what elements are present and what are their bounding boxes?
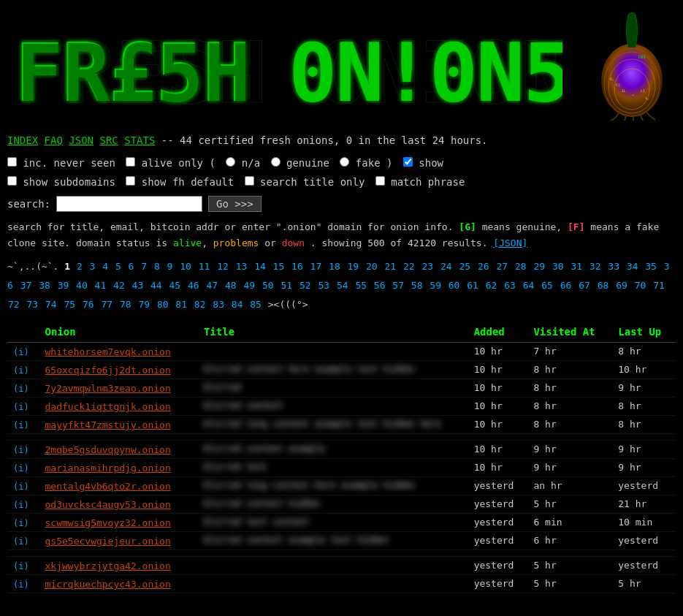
page-link-40[interactable]: 40 <box>76 280 88 291</box>
onion-link[interactable]: marianasmihrpdjg.onion <box>45 463 171 474</box>
info-link[interactable]: (i) <box>13 402 29 412</box>
page-link-70[interactable]: 70 <box>635 280 646 291</box>
page-link-82[interactable]: 82 <box>194 299 206 310</box>
radio-genuine[interactable] <box>271 157 281 167</box>
alive-only-label[interactable]: alive only ( <box>126 157 221 169</box>
page-link-11[interactable]: 11 <box>199 261 210 272</box>
onion-link[interactable]: mentalg4vb6qto2r.onion <box>45 481 171 492</box>
page-link-64[interactable]: 64 <box>523 280 535 291</box>
page-link-71[interactable]: 71 <box>653 280 665 291</box>
page-link-30[interactable]: 30 <box>552 261 564 272</box>
onion-link[interactable]: 65oxcqizfo6jj2dt.onion <box>45 365 171 376</box>
show-fh-checkbox[interactable] <box>126 176 135 186</box>
info-link[interactable]: (i) <box>13 536 29 547</box>
page-link-47[interactable]: 47 <box>207 280 218 291</box>
page-link-7[interactable]: 7 <box>141 261 147 272</box>
page-link-55[interactable]: 55 <box>355 280 367 291</box>
page-link-75[interactable]: 75 <box>64 299 75 310</box>
page-link-23[interactable]: 23 <box>421 261 433 272</box>
page-link-17[interactable]: 17 <box>310 261 322 272</box>
info-link[interactable]: (i) <box>13 579 29 590</box>
page-link-14[interactable]: 14 <box>254 261 266 272</box>
info-link[interactable]: (i) <box>13 518 29 528</box>
page-link-83[interactable]: 83 <box>213 299 224 310</box>
onion-link[interactable]: xkjwwybrzjytga42.onion <box>45 560 171 571</box>
page-link-26[interactable]: 26 <box>478 261 489 272</box>
page-link-58[interactable]: 58 <box>411 280 423 291</box>
page-link-66[interactable]: 66 <box>560 280 572 291</box>
nav-stats[interactable]: STATS <box>124 134 155 146</box>
radio-fake-label[interactable]: fake ) <box>340 157 398 169</box>
page-link-50[interactable]: 50 <box>262 280 274 291</box>
info-link[interactable]: (i) <box>13 384 29 394</box>
show-fh-label[interactable]: show fh default <box>126 176 240 188</box>
page-link-35[interactable]: 35 <box>645 261 657 272</box>
info-cell[interactable]: (i) <box>7 397 39 415</box>
page-link-60[interactable]: 60 <box>449 280 460 291</box>
page-link-53[interactable]: 53 <box>318 280 329 291</box>
page-link-52[interactable]: 52 <box>299 280 311 291</box>
page-link-62[interactable]: 62 <box>486 280 497 291</box>
page-link-74[interactable]: 74 <box>45 299 57 310</box>
page-link-48[interactable]: 48 <box>225 280 237 291</box>
page-link-38[interactable]: 38 <box>39 280 50 291</box>
onion-link[interactable]: dadfuck1iqttgnjk.onion <box>45 401 171 412</box>
page-link-44[interactable]: 44 <box>150 280 162 291</box>
search-input[interactable] <box>56 196 202 212</box>
page-link-69[interactable]: 69 <box>616 280 627 291</box>
info-link[interactable]: (i) <box>13 482 29 492</box>
info-cell[interactable]: (i) <box>7 513 39 531</box>
page-link-32[interactable]: 32 <box>589 261 601 272</box>
page-link-57[interactable]: 57 <box>392 280 404 291</box>
info-cell[interactable]: (i) <box>7 495 39 513</box>
info-cell[interactable]: (i) <box>7 342 39 360</box>
page-link-19[interactable]: 19 <box>348 261 359 272</box>
page-link-56[interactable]: 56 <box>374 280 386 291</box>
inc-never-seen-checkbox[interactable] <box>7 157 17 167</box>
page-link-22[interactable]: 22 <box>403 261 415 272</box>
page-link-18[interactable]: 18 <box>329 261 340 272</box>
page-link-73[interactable]: 73 <box>26 299 38 310</box>
page-link-80[interactable]: 80 <box>157 299 169 310</box>
alive-only-checkbox[interactable] <box>126 157 135 167</box>
radio-na[interactable] <box>226 157 235 167</box>
page-link-59[interactable]: 59 <box>430 280 441 291</box>
onion-link[interactable]: whitehorsem7evqk.onion <box>45 346 171 357</box>
info-cell[interactable]: (i) <box>7 360 39 379</box>
page-link-31[interactable]: 31 <box>571 261 582 272</box>
page-link-33[interactable]: 33 <box>608 261 619 272</box>
page-link-24[interactable]: 24 <box>440 261 452 272</box>
info-cell[interactable]: (i) <box>7 379 39 397</box>
onion-link[interactable]: 7y2avmqwlnm3zeao.onion <box>45 383 171 394</box>
page-link-4[interactable]: 4 <box>102 261 108 272</box>
search-title-checkbox[interactable] <box>245 176 254 186</box>
page-link-9[interactable]: 9 <box>167 261 173 272</box>
page-link-84[interactable]: 84 <box>232 299 243 310</box>
page-link-81[interactable]: 81 <box>175 299 187 310</box>
radio-na-label[interactable]: n/a <box>226 157 266 169</box>
radio-genuine-label[interactable]: genuine <box>271 157 336 169</box>
info-cell[interactable]: (i) <box>7 556 39 574</box>
page-link-43[interactable]: 43 <box>132 280 144 291</box>
radio-fake[interactable] <box>340 157 349 167</box>
page-link-67[interactable]: 67 <box>579 280 590 291</box>
page-link-3[interactable]: 3 <box>90 261 96 272</box>
show-checkbox-label[interactable]: show <box>403 157 443 169</box>
info-link[interactable]: (i) <box>13 561 29 571</box>
page-link-8[interactable]: 8 <box>154 261 160 272</box>
onion-link[interactable]: od3uvcksc4augv53.onion <box>45 499 171 510</box>
info-cell[interactable]: (i) <box>7 574 39 593</box>
match-phrase-label[interactable]: match phrase <box>375 176 465 188</box>
page-link-37[interactable]: 37 <box>20 280 32 291</box>
page-link-79[interactable]: 79 <box>138 299 150 310</box>
page-link-5[interactable]: 5 <box>115 261 121 272</box>
inc-never-seen-label[interactable]: inc. never seen <box>7 157 121 169</box>
page-link-2[interactable]: 2 <box>77 261 83 272</box>
page-link-34[interactable]: 34 <box>627 261 638 272</box>
search-title-label[interactable]: search title only <box>245 176 371 188</box>
nav-json[interactable]: JSON <box>69 134 94 146</box>
nav-index[interactable]: INDEX <box>7 134 38 146</box>
page-link-72[interactable]: 72 <box>8 299 20 310</box>
page-link-15[interactable]: 15 <box>273 261 285 272</box>
page-link-28[interactable]: 28 <box>515 261 527 272</box>
